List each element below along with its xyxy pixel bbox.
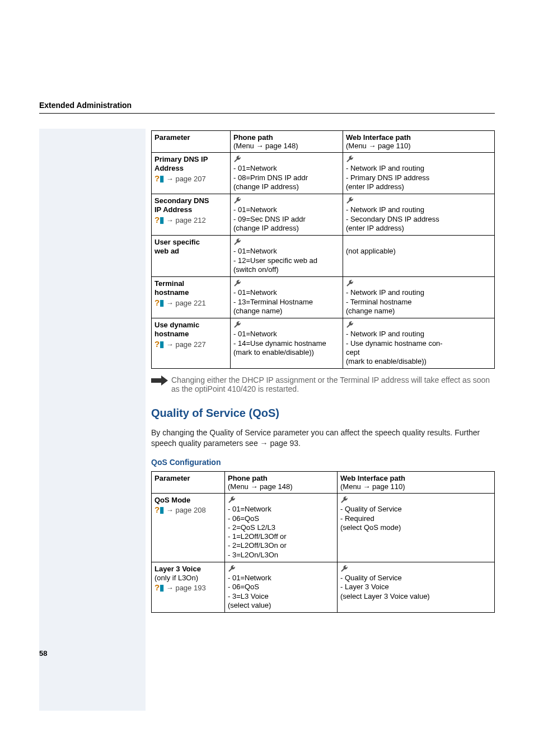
table-row: Use dynamichostname?▮ → page 227	[152, 318, 231, 369]
wrench-icon	[233, 321, 241, 329]
params-table-2: Parameter Phone path (Menu → page 148) W…	[151, 471, 495, 613]
wrench-icon	[233, 279, 241, 288]
th2-web-path: Web Interface path	[340, 474, 405, 482]
page-ref-link[interactable]: ?▮ → page 207	[154, 175, 206, 183]
svg-marker-1	[161, 375, 168, 386]
web-path-cell: - Quality of Service- Layer 3 Voice(sele…	[338, 562, 495, 612]
table-row: User specificweb ad	[152, 236, 231, 277]
wrench-icon	[346, 321, 354, 329]
page-ref-link[interactable]: ?▮ → page 208	[154, 506, 206, 514]
table-row: Layer 3 Voice(only if L3On)?▮ → page 193	[152, 562, 225, 612]
th-phone-path: Phone path	[233, 133, 273, 142]
svg-rect-0	[151, 378, 161, 383]
qos-body: By changing the Quality of Service param…	[151, 428, 495, 449]
page-ref-text: → page 212	[164, 216, 205, 224]
page-ref-text: → page 221	[164, 299, 205, 307]
page-ref-link[interactable]: ?▮ → page 221	[154, 299, 206, 307]
page-ref-link[interactable]: ?▮ → page 227	[154, 340, 206, 349]
page-ref-text: → page 207	[164, 175, 205, 183]
wrench-icon	[228, 565, 236, 573]
phone-path-cell: - 01=Network- 09=Sec DNS IP addr(change …	[231, 194, 343, 236]
wrench-icon	[340, 565, 348, 573]
phone-path-cell: - 01=Network- 06=QoS- 3=L3 Voice(select …	[225, 562, 338, 612]
th-phone-path-sub: (Menu → page 148)	[233, 142, 298, 150]
th2-phone-path-sub: (Menu → page 148)	[228, 482, 293, 491]
th2-parameter: Parameter	[152, 472, 225, 494]
table-row: QoS Mode?▮ → page 208	[152, 494, 225, 562]
web-path-cell: - Network IP and routing- Secondary DNS …	[343, 194, 495, 236]
wrench-icon	[340, 496, 348, 504]
phone-path-cell: - 01=Network- 06=QoS- 2=QoS L2/L3- 1=L2O…	[225, 494, 338, 562]
page-ref-text: → page 193	[164, 584, 205, 592]
web-path-cell: - Network IP and routing- Use dynamic ho…	[343, 318, 495, 369]
table-row: Primary DNS IPAddress?▮ → page 207	[152, 153, 231, 194]
wrench-icon	[346, 196, 354, 205]
wrench-icon	[346, 155, 354, 163]
wrench-icon	[228, 496, 236, 504]
page-ref-link[interactable]: ?▮ → page 212	[154, 216, 206, 224]
web-path-cell: - Network IP and routing- Terminal hostn…	[343, 277, 495, 318]
params-table-1: Parameter Phone path (Menu → page 148) W…	[151, 130, 495, 369]
web-path-cell: - Quality of Service- Required(select Qo…	[338, 494, 495, 562]
page-header: Extended Administration	[39, 101, 495, 114]
wrench-icon	[233, 196, 241, 205]
page-number: 58	[39, 649, 47, 658]
th-parameter: Parameter	[152, 131, 231, 153]
wrench-icon	[233, 155, 241, 163]
wrench-icon	[346, 279, 354, 288]
table-row: Terminalhostname?▮ → page 221	[152, 277, 231, 318]
phone-path-cell: - 01=Network- 14=Use dynamic hostname(ma…	[231, 318, 343, 369]
web-path-cell: - Network IP and routing- Primary DNS IP…	[343, 153, 495, 194]
qos-config-heading: QoS Configuration	[151, 458, 495, 467]
page-ref-link[interactable]: ?▮ → page 193	[154, 584, 206, 592]
th2-web-path-sub: (Menu → page 110)	[340, 482, 405, 491]
page-ref-text: → page 227	[164, 340, 205, 349]
phone-path-cell: - 01=Network- 12=User specific web ad(sw…	[231, 236, 343, 277]
page-ref-text: → page 208	[164, 506, 205, 514]
qos-heading: Quality of Service (QoS)	[151, 407, 495, 420]
th-web-path: Web Interface path	[346, 133, 411, 142]
th-web-path-sub: (Menu → page 110)	[346, 142, 411, 150]
phone-path-cell: - 01=Network- 08=Prim DNS IP addr(change…	[231, 153, 343, 194]
note-arrow-icon	[151, 375, 171, 387]
th2-phone-path: Phone path	[228, 474, 268, 482]
web-path-cell: (not applicable)	[343, 236, 495, 277]
wrench-icon	[233, 238, 241, 246]
left-margin-bar	[39, 129, 146, 711]
table-row: Secondary DNSIP Address?▮ → page 212	[152, 194, 231, 236]
phone-path-cell: - 01=Network- 13=Terminal Hostname(chang…	[231, 277, 343, 318]
note-text: Changing either the DHCP IP assignment o…	[171, 375, 495, 393]
